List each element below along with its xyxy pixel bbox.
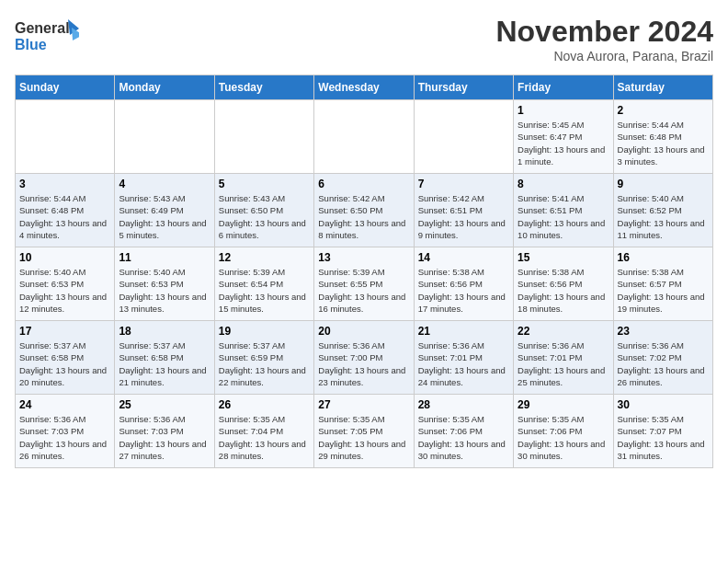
day-number: 29	[518, 398, 609, 411]
calendar-day-cell: 28Sunrise: 5:35 AMSunset: 7:06 PMDayligh…	[414, 395, 513, 468]
day-info-text: Sunrise: 5:35 AMSunset: 7:06 PMDaylight:…	[518, 413, 609, 462]
calendar-day-cell: 30Sunrise: 5:35 AMSunset: 7:07 PMDayligh…	[613, 395, 712, 468]
calendar-day-cell: 10Sunrise: 5:40 AMSunset: 6:53 PMDayligh…	[16, 247, 115, 321]
svg-text:General: General	[15, 20, 70, 36]
day-number: 26	[219, 398, 310, 411]
empty-day-cell	[314, 100, 414, 174]
weekday-header: Saturday	[613, 75, 712, 100]
title-block: November 2024 Nova Aurora, Parana, Brazi…	[495, 15, 713, 63]
day-number: 16	[618, 251, 709, 264]
calendar-day-cell: 12Sunrise: 5:39 AMSunset: 6:54 PMDayligh…	[214, 247, 313, 321]
day-number: 12	[219, 251, 310, 264]
calendar-day-cell: 1Sunrise: 5:45 AMSunset: 6:47 PMDaylight…	[514, 100, 613, 174]
day-number: 11	[119, 251, 210, 264]
svg-text:Blue: Blue	[15, 37, 47, 52]
day-number: 6	[318, 178, 409, 190]
calendar-day-cell: 22Sunrise: 5:36 AMSunset: 7:01 PMDayligh…	[514, 321, 613, 395]
weekday-header: Friday	[514, 75, 613, 100]
calendar-day-cell: 16Sunrise: 5:38 AMSunset: 6:57 PMDayligh…	[613, 247, 712, 321]
day-info-text: Sunrise: 5:43 AMSunset: 6:49 PMDaylight:…	[119, 192, 210, 241]
calendar-day-cell: 14Sunrise: 5:38 AMSunset: 6:56 PMDayligh…	[414, 247, 513, 321]
day-number: 23	[618, 325, 709, 338]
day-number: 8	[518, 178, 609, 190]
calendar-day-cell: 2Sunrise: 5:44 AMSunset: 6:48 PMDaylight…	[613, 100, 712, 174]
day-number: 17	[19, 325, 110, 338]
day-number: 14	[418, 251, 509, 264]
page-header: General Blue November 2024 Nova Aurora, …	[15, 15, 713, 63]
day-info-text: Sunrise: 5:35 AMSunset: 7:06 PMDaylight:…	[418, 413, 509, 462]
day-number: 20	[318, 325, 409, 338]
weekday-header: Monday	[115, 75, 214, 100]
calendar-day-cell: 7Sunrise: 5:42 AMSunset: 6:51 PMDaylight…	[414, 174, 513, 247]
day-number: 4	[119, 178, 210, 190]
day-info-text: Sunrise: 5:35 AMSunset: 7:04 PMDaylight:…	[219, 413, 310, 462]
calendar-day-cell: 29Sunrise: 5:35 AMSunset: 7:06 PMDayligh…	[514, 395, 613, 468]
empty-day-cell	[214, 100, 313, 174]
calendar-day-cell: 26Sunrise: 5:35 AMSunset: 7:04 PMDayligh…	[214, 395, 313, 468]
day-number: 22	[518, 325, 609, 338]
empty-day-cell	[115, 100, 214, 174]
day-info-text: Sunrise: 5:38 AMSunset: 6:56 PMDaylight:…	[518, 266, 609, 315]
calendar-week-row: 24Sunrise: 5:36 AMSunset: 7:03 PMDayligh…	[16, 395, 713, 468]
calendar-day-cell: 25Sunrise: 5:36 AMSunset: 7:03 PMDayligh…	[115, 395, 214, 468]
calendar-day-cell: 19Sunrise: 5:37 AMSunset: 6:59 PMDayligh…	[214, 321, 313, 395]
day-info-text: Sunrise: 5:41 AMSunset: 6:51 PMDaylight:…	[518, 192, 609, 241]
calendar-day-cell: 5Sunrise: 5:43 AMSunset: 6:50 PMDaylight…	[214, 174, 313, 247]
day-info-text: Sunrise: 5:42 AMSunset: 6:50 PMDaylight:…	[318, 192, 409, 241]
day-number: 24	[19, 398, 110, 411]
empty-day-cell	[16, 100, 115, 174]
day-number: 18	[119, 325, 210, 338]
calendar-week-row: 17Sunrise: 5:37 AMSunset: 6:58 PMDayligh…	[16, 321, 713, 395]
day-info-text: Sunrise: 5:35 AMSunset: 7:05 PMDaylight:…	[318, 413, 409, 462]
calendar-day-cell: 17Sunrise: 5:37 AMSunset: 6:58 PMDayligh…	[16, 321, 115, 395]
day-number: 5	[219, 178, 310, 190]
weekday-header: Sunday	[16, 75, 115, 100]
day-number: 28	[418, 398, 509, 411]
calendar-week-row: 3Sunrise: 5:44 AMSunset: 6:48 PMDaylight…	[16, 174, 713, 247]
day-info-text: Sunrise: 5:44 AMSunset: 6:48 PMDaylight:…	[19, 192, 110, 241]
calendar-day-cell: 15Sunrise: 5:38 AMSunset: 6:56 PMDayligh…	[514, 247, 613, 321]
day-info-text: Sunrise: 5:43 AMSunset: 6:50 PMDaylight:…	[219, 192, 310, 241]
day-info-text: Sunrise: 5:40 AMSunset: 6:52 PMDaylight:…	[618, 192, 709, 241]
calendar-week-row: 1Sunrise: 5:45 AMSunset: 6:47 PMDaylight…	[16, 100, 713, 174]
day-info-text: Sunrise: 5:35 AMSunset: 7:07 PMDaylight:…	[618, 413, 709, 462]
calendar-day-cell: 18Sunrise: 5:37 AMSunset: 6:58 PMDayligh…	[115, 321, 214, 395]
day-number: 15	[518, 251, 609, 264]
day-number: 2	[618, 104, 709, 117]
day-number: 9	[618, 178, 709, 190]
day-info-text: Sunrise: 5:42 AMSunset: 6:51 PMDaylight:…	[418, 192, 509, 241]
weekday-header: Tuesday	[214, 75, 313, 100]
day-info-text: Sunrise: 5:36 AMSunset: 7:03 PMDaylight:…	[119, 413, 210, 462]
calendar-day-cell: 11Sunrise: 5:40 AMSunset: 6:53 PMDayligh…	[115, 247, 214, 321]
calendar-day-cell: 20Sunrise: 5:36 AMSunset: 7:00 PMDayligh…	[314, 321, 414, 395]
day-info-text: Sunrise: 5:40 AMSunset: 6:53 PMDaylight:…	[119, 266, 210, 315]
day-number: 19	[219, 325, 310, 338]
day-number: 30	[618, 398, 709, 411]
day-number: 1	[518, 104, 609, 117]
calendar-day-cell: 9Sunrise: 5:40 AMSunset: 6:52 PMDaylight…	[613, 174, 712, 247]
day-info-text: Sunrise: 5:44 AMSunset: 6:48 PMDaylight:…	[618, 119, 709, 167]
day-info-text: Sunrise: 5:39 AMSunset: 6:54 PMDaylight:…	[219, 266, 310, 315]
calendar-table: SundayMondayTuesdayWednesdayThursdayFrid…	[15, 75, 713, 468]
day-number: 10	[19, 251, 110, 264]
day-info-text: Sunrise: 5:45 AMSunset: 6:47 PMDaylight:…	[518, 119, 609, 167]
calendar-day-cell: 24Sunrise: 5:36 AMSunset: 7:03 PMDayligh…	[16, 395, 115, 468]
day-info-text: Sunrise: 5:38 AMSunset: 6:56 PMDaylight:…	[418, 266, 509, 315]
day-info-text: Sunrise: 5:38 AMSunset: 6:57 PMDaylight:…	[618, 266, 709, 315]
day-number: 7	[418, 178, 509, 190]
month-title: November 2024	[495, 15, 713, 49]
day-info-text: Sunrise: 5:36 AMSunset: 7:02 PMDaylight:…	[618, 339, 709, 388]
weekday-header-row: SundayMondayTuesdayWednesdayThursdayFrid…	[16, 75, 713, 100]
calendar-day-cell: 8Sunrise: 5:41 AMSunset: 6:51 PMDaylight…	[514, 174, 613, 247]
day-info-text: Sunrise: 5:40 AMSunset: 6:53 PMDaylight:…	[19, 266, 110, 315]
location-text: Nova Aurora, Parana, Brazil	[495, 49, 713, 63]
day-info-text: Sunrise: 5:37 AMSunset: 6:59 PMDaylight:…	[219, 339, 310, 388]
calendar-day-cell: 23Sunrise: 5:36 AMSunset: 7:02 PMDayligh…	[613, 321, 712, 395]
weekday-header: Wednesday	[314, 75, 414, 100]
day-number: 27	[318, 398, 409, 411]
day-number: 3	[19, 178, 110, 190]
calendar-day-cell: 13Sunrise: 5:39 AMSunset: 6:55 PMDayligh…	[314, 247, 414, 321]
day-number: 21	[418, 325, 509, 338]
day-number: 13	[318, 251, 409, 264]
weekday-header: Thursday	[414, 75, 513, 100]
